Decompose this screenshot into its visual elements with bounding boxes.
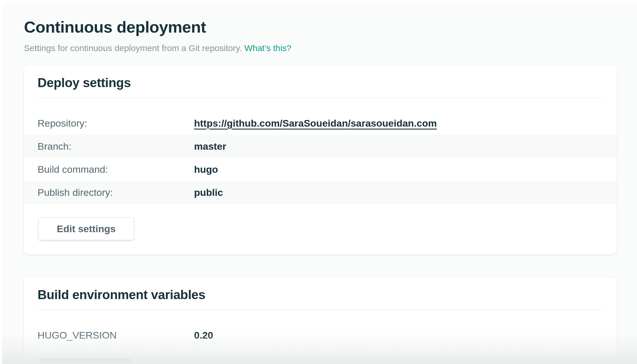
table-row-build-command: Build command: hugo <box>24 158 617 181</box>
row-label: Build command: <box>24 164 194 175</box>
deploy-settings-heading: Deploy settings <box>24 65 617 90</box>
table-row-branch: Branch: master <box>24 135 617 158</box>
edit-settings-button[interactable]: Edit settings <box>38 217 134 240</box>
row-value: public <box>194 187 223 198</box>
content-area: Continuous deployment Settings for conti… <box>2 3 637 364</box>
deploy-settings-table: Repository: https://github.com/SaraSouei… <box>24 112 617 204</box>
build-env-heading: Build environment variables <box>24 277 617 302</box>
build-env-card: Build environment variables HUGO_VERSION… <box>24 277 617 364</box>
page-subtitle: Settings for continuous deployment from … <box>24 43 637 54</box>
settings-page: Continuous deployment Settings for conti… <box>2 3 637 364</box>
row-label: Branch: <box>24 141 194 152</box>
deploy-settings-card: Deploy settings Repository: https://gith… <box>24 65 617 254</box>
env-var-input[interactable] <box>40 359 132 364</box>
row-label: Repository: <box>24 118 194 129</box>
table-row-repository: Repository: https://github.com/SaraSouei… <box>24 112 617 135</box>
row-label: Publish directory: <box>24 187 194 198</box>
divider <box>37 97 603 98</box>
env-var-value: 0.20 <box>194 330 213 341</box>
whats-this-link[interactable]: What’s this? <box>244 43 291 53</box>
row-value: master <box>194 141 226 152</box>
table-row-env-var: HUGO_VERSION 0.20 <box>24 324 617 347</box>
repository-link[interactable]: https://github.com/SaraSoueidan/sarasoue… <box>194 118 437 129</box>
row-value: hugo <box>194 164 218 175</box>
env-var-name: HUGO_VERSION <box>24 330 194 341</box>
divider <box>37 309 603 310</box>
build-env-table: HUGO_VERSION 0.20 <box>24 324 617 347</box>
page-title: Continuous deployment <box>24 18 637 36</box>
page-subtitle-text: Settings for continuous deployment from … <box>24 43 242 53</box>
table-row-publish-directory: Publish directory: public <box>24 181 617 204</box>
